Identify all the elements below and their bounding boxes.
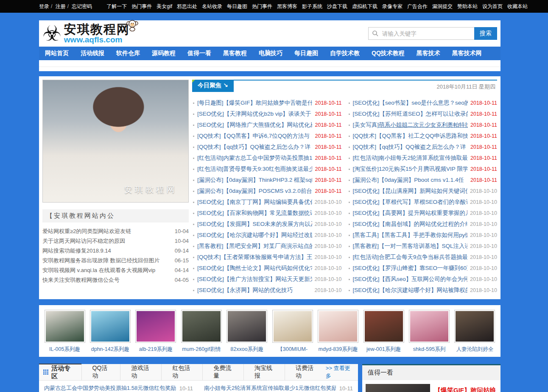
article-link[interactable]: [SEO优化] 【网络推广大熊猫优化】网站优化从 (197, 121, 312, 129)
top-link[interactable]: 录像专家 (382, 3, 403, 10)
nav-item[interactable]: 黑客技术 (411, 50, 446, 57)
gallery-thumbnail[interactable] (318, 310, 358, 343)
featured-photo[interactable]: 安琪教程网 (42, 80, 189, 203)
top-link[interactable]: 黑客博客 (277, 3, 297, 10)
top-link[interactable]: 沙盘下载 (327, 3, 347, 10)
article-link[interactable]: [SEO优化] 【永济网】网站的优化技巧 (197, 286, 312, 294)
gallery-caption[interactable]: mum-260gif剧情 (179, 346, 223, 353)
article-link[interactable]: [黑客工具] 【黑客工具】手把手教你如何用py编 (353, 231, 468, 239)
gallery-caption[interactable]: 【300MIUM- (271, 346, 314, 353)
auth-link[interactable]: 注册 (49, 3, 66, 10)
article-link[interactable]: [每日趣图] 【爆笑GIF】敢问姑娘梦中舌吻是什 (197, 99, 312, 107)
gallery-caption[interactable]: mdyd-839系列趣 (316, 346, 360, 353)
article-link[interactable]: [红包活动] 普贤母婴每天9:30红包雨抽奖送最少 (197, 165, 312, 173)
top-link[interactable]: 虚拟机下载 (352, 3, 377, 10)
gallery-thumbnail[interactable] (45, 310, 85, 343)
gallery-thumbnail[interactable] (272, 310, 313, 343)
gallery-thumbnail[interactable] (226, 310, 267, 343)
article-link[interactable]: [SEO优化] 【哈尔滨建站哪个好】网站被降权的 (353, 286, 468, 294)
article-link[interactable]: [SEO优化] 【昆山满座网】新网站如何关键词优 (353, 187, 468, 195)
nav-item[interactable]: QQ技术教程 (366, 50, 411, 57)
article-link[interactable]: [SEO优化] 【seo书架】seo是什么意思？seo的 (353, 99, 468, 107)
nav-item[interactable]: 黑客技术网 (446, 50, 488, 57)
gallery-caption[interactable]: alb-219系列趣 (134, 346, 178, 353)
activity-tab[interactable]: 话费活动 (285, 364, 326, 380)
top-link[interactable]: 美女gif (157, 3, 172, 10)
gallery-caption[interactable]: 人妻沦陷刘婷全 (453, 346, 497, 353)
article-link[interactable]: [QQ技术] 【王者荣耀体验服账号申请方法】王 (197, 253, 312, 261)
top-link[interactable]: 设为首页 (482, 3, 503, 10)
nav-item[interactable]: 软件仓库 (110, 50, 146, 57)
nav-item[interactable]: 自学技术教 (324, 50, 366, 57)
article-link[interactable]: [SEO优化] 【百家和购物网】常见流量数据统计 (197, 209, 312, 217)
site-logo[interactable]: ☣ 安琪教程网 www.aqfls.com (42, 23, 130, 44)
activity-tab[interactable]: 游戏活动 (120, 364, 161, 380)
gallery-thumbnail[interactable] (181, 310, 222, 343)
article-link[interactable]: [SEO优化] 【发掘网】SEO未来的发展方向以及 (197, 220, 312, 228)
article-link[interactable]: [美女写真] 萌系小姐姐二次元少女克利奥帕特拉 (353, 121, 468, 129)
gallery-thumbnail[interactable] (90, 310, 131, 343)
nav-item[interactable]: 源码教程 (146, 50, 182, 57)
gallery-caption[interactable]: dphn-142系列趣 (88, 346, 132, 353)
activity-tab[interactable]: 红包活动 (161, 364, 202, 380)
article-link[interactable]: [QQ技术] 【QQ黑客】申诉6,7位QQ的方法与 (197, 132, 312, 140)
nav-item[interactable]: 网站首页 (39, 50, 75, 57)
worth-thumbnail[interactable] (366, 384, 430, 392)
activity-tab[interactable]: QQ活动 (81, 364, 120, 380)
gallery-caption[interactable]: IL-005系列趣 (43, 346, 87, 353)
notice-link[interactable]: 关于这两天网站访问不稳定的原因 (42, 237, 171, 245)
article-link[interactable]: [漏洞公布] 【0day漏洞】ThinkPHP3.2 框架sql (197, 176, 312, 184)
nav-item[interactable]: 电脑技巧 (253, 50, 288, 57)
article-link[interactable]: [QQ技术] 【QQ黑客】社工之QQ申诉思路和技 (353, 132, 468, 140)
nav-item[interactable]: 每日趣图 (288, 50, 324, 57)
article-link[interactable]: [SEO优化] 【西风seo】互联网公司的年会为何 (353, 275, 468, 283)
top-link[interactable]: 热门事件 (252, 3, 272, 10)
article-link[interactable]: [漏洞公布] 【0day漏洞】Pboot cms v1.1.4任 (353, 176, 468, 184)
gallery-thumbnail[interactable] (409, 310, 450, 343)
activity-tab[interactable]: 淘宝线报 (243, 364, 285, 380)
article-link[interactable]: [SEO优化] 【南昌创域】的网站优化过程的介绍 (353, 220, 468, 228)
article-link[interactable]: [SEO优化] 【草根代写】草根SEO者们的辛酸谁 (353, 198, 468, 206)
nav-item[interactable]: 值得一看 (182, 50, 217, 57)
auth-link[interactable]: 登录 (39, 3, 49, 10)
article-link[interactable]: [黑客教程] 【黑吧安全网】对某厂商演示站点的 (197, 242, 312, 250)
gallery-caption[interactable]: shkd-595系列 (408, 346, 451, 353)
top-link[interactable]: 名站收录 (202, 3, 222, 10)
gallery-thumbnail[interactable] (135, 310, 176, 343)
gallery-caption[interactable]: jew-001系列趣 (362, 346, 405, 353)
article-link[interactable]: [红包活动] 内蒙古总工会中国梦劳动美投票抽1- (197, 154, 312, 162)
activity-link[interactable]: 南小妞每天2轮清算系统宣传抽取最少1元微信红包奖励 (204, 384, 336, 392)
top-link[interactable]: 收藏本站 (507, 3, 528, 10)
worth-item-title[interactable]: 【爆笑GIF】敢问姑娘梦中舌吻是什 (434, 384, 497, 392)
gallery-thumbnail[interactable] (454, 310, 495, 343)
top-link[interactable]: 邪恶出处 (177, 3, 197, 10)
article-link[interactable]: [SEO优化] 【苏州旺道SEO】怎样可以让收录的 (353, 110, 468, 118)
article-link[interactable]: [红包活动] 合肥工会每天9点争当标兵答题抽最 (353, 253, 468, 261)
article-link[interactable]: [SEO优化] 【罗浮山蜂蜜】靠SEO一年赚到60万 (353, 264, 468, 272)
view-more-link[interactable]: >> 查看更多 (326, 364, 358, 380)
top-link[interactable]: 影子系统 (302, 3, 322, 10)
activity-link[interactable]: 内蒙古总工会中国梦劳动美投票抽1.58元微信红包奖励 (44, 384, 176, 392)
top-link[interactable]: 热门事件 (131, 3, 152, 10)
article-link[interactable]: [SEO优化] 【陶然士论文】网站代码如何优化? (197, 264, 312, 272)
article-link[interactable]: [红包活动] 南小妞每天2轮清算系统宣传抽取最 (353, 154, 468, 162)
top-link[interactable]: 了解一下 (106, 3, 127, 10)
top-link[interactable]: 广告合作 (407, 3, 428, 10)
notice-link[interactable]: 安琪教程网服务器出现故障 数据已经找回但图片 (42, 257, 171, 264)
notice-link[interactable]: 网站搜索功能修复2018.9.14 (42, 247, 171, 255)
search-button[interactable]: 搜索 (474, 27, 497, 40)
nav-item[interactable]: 活动线报 (75, 50, 110, 57)
notice-link[interactable]: 爱站网权重≥2的同类型网站欢迎友链 (42, 228, 171, 235)
activity-tab[interactable]: 免费流量 (202, 364, 243, 380)
article-link[interactable]: [SEO优化] 【哈尔滨建站哪个好】网站经过改版 (197, 231, 312, 239)
top-link[interactable]: 每日趣图 (227, 3, 247, 10)
nav-item[interactable]: 黑客教程 (217, 50, 253, 57)
article-link[interactable]: [黑客教程] 【一对一黑客培训基地】SQL注入读 (353, 242, 468, 250)
article-link[interactable]: [SEO优化] 【高要网】提升网站权重要掌握的几 (353, 209, 468, 217)
notice-link[interactable]: 安琪啦视频网 v.anqi.la 在线观看各大视频网vip (42, 267, 171, 274)
top-link[interactable]: 赞助本站 (457, 3, 478, 10)
article-link[interactable]: [SEO优化] 【推广方法智搜宝】网站天天更新为 (197, 275, 312, 283)
article-link[interactable]: [SEO优化] 【南京丁丁网】网站编辑要具备优化 (197, 198, 312, 206)
article-link[interactable]: [QQ技术] 【qq技巧】QQ被盗之后怎么办？详 (197, 143, 312, 151)
article-link[interactable]: [QQ技术] 【qq技巧】QQ被盗之后怎么办？详 (353, 143, 468, 151)
